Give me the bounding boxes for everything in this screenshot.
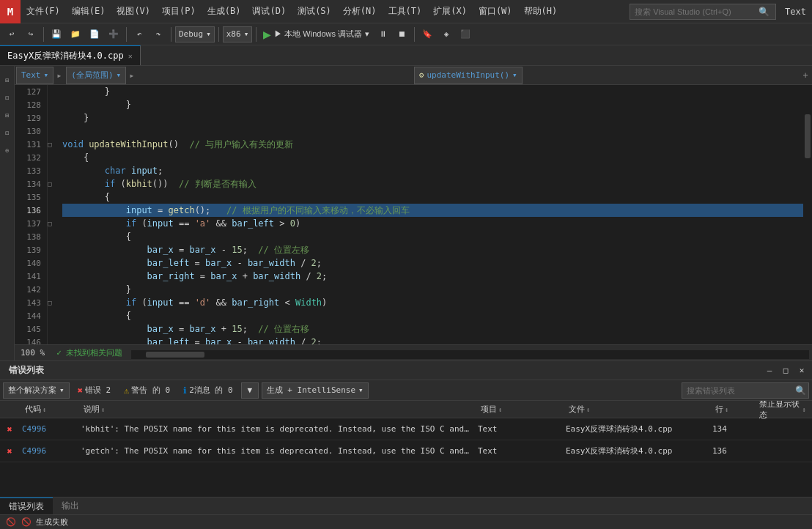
h-scrollbar-thumb[interactable] — [146, 352, 204, 358]
no-issues-status[interactable]: ✓ 未找到相关问题 — [51, 346, 128, 360]
col-file-header[interactable]: 文件 ↕ — [563, 401, 709, 418]
menu-debug[interactable]: 调试(D) — [246, 0, 292, 23]
menu-extensions[interactable]: 扩展(X) — [427, 0, 473, 23]
filter-btn[interactable]: ▼ — [241, 382, 259, 399]
horizontal-scrollbar[interactable] — [131, 350, 809, 359]
error-search-input[interactable] — [682, 386, 792, 395]
toolbar-btn-extra1[interactable]: ⏸ — [374, 26, 391, 43]
col-proj-header[interactable]: 项目 ↕ — [475, 401, 563, 418]
breadcrumb-func-dropdown[interactable]: ⚙ updateWithInput() ▾ — [414, 67, 523, 84]
message-count-btn[interactable]: ℹ 2消息 的 0 — [178, 382, 238, 399]
menu-view[interactable]: 视图(V) — [111, 0, 156, 23]
activity-item-5[interactable]: ⊕ — [1, 142, 14, 160]
toolbar-btn-extra2[interactable]: ⏹ — [393, 26, 410, 43]
code-line-144: { — [62, 309, 803, 322]
platform-dropdown[interactable]: x86 ▾ — [223, 26, 253, 42]
info-icon: ℹ — [183, 385, 187, 396]
menu-window[interactable]: 窗口(W) — [473, 0, 518, 23]
add-btn[interactable]: ➕ — [105, 26, 122, 43]
expand-panel-btn[interactable]: + — [800, 67, 811, 84]
back-button[interactable]: ↩ — [3, 26, 21, 43]
cc-134[interactable]: □ — [48, 177, 59, 190]
tab-error-list[interactable]: 错误列表 — [0, 497, 53, 514]
code-line-141: bar_right = bar_x + bar_width / 2; — [62, 270, 803, 283]
tab-filename: EasyX反弹球消砖块4.0.cpp — [7, 50, 124, 62]
menu-help[interactable]: 帮助(H) — [518, 0, 564, 23]
tab-close-btn[interactable]: ✕ — [128, 52, 133, 60]
undo-btn[interactable]: ↪ — [22, 26, 40, 43]
scrollbar-thumb[interactable] — [805, 114, 811, 158]
redo-btn[interactable]: ↷ — [150, 26, 167, 43]
code-lines[interactable]: } } } void updateWithInput() // 与用户输入有关的… — [59, 85, 803, 344]
activity-item-1[interactable]: ⊞ — [1, 72, 14, 89]
col-code-header[interactable]: 代码 ↕ — [19, 401, 78, 418]
error-count-btn[interactable]: ✖ 错误 2 — [73, 382, 116, 399]
row1-file: EasyX反弹球消砖块4.0.cpp — [563, 423, 709, 434]
panel-float-btn[interactable]: □ — [778, 363, 793, 378]
col-file-sort: ↕ — [586, 406, 590, 413]
error-search-icon[interactable]: 🔍 — [792, 382, 808, 399]
menu-analyze[interactable]: 分析(N) — [337, 0, 383, 23]
toolbar-btn-extra4[interactable]: ⬛ — [457, 26, 474, 43]
code-line-136: input = getch(); // 根据用户的不同输入来移动，不必输入回车 — [62, 204, 803, 217]
row1-code[interactable]: C4996 — [19, 424, 78, 434]
cc-143[interactable]: □ — [48, 296, 59, 309]
run-button[interactable]: ▶ ▶ 本地 Windows 调试器 ▾ — [260, 29, 372, 40]
menu-edit[interactable]: 编辑(E) — [66, 0, 111, 23]
zoom-level[interactable]: 100 % — [15, 346, 51, 360]
file-tab[interactable]: EasyX反弹球消砖块4.0.cpp ✕ — [0, 45, 141, 65]
global-search-box[interactable]: 🔍 — [630, 4, 776, 20]
search-icon[interactable]: 🔍 — [755, 4, 772, 20]
breadcrumb-text-dropdown[interactable]: Text ▾ — [16, 67, 53, 84]
cc-137[interactable]: □ — [48, 217, 59, 230]
breadcrumb-scope-dropdown[interactable]: (全局范围) ▾ — [66, 67, 126, 84]
panel-close-btn[interactable]: ✕ — [794, 363, 809, 378]
editor-status-bar: 100 % ✓ 未找到相关问题 — [15, 344, 812, 360]
menu-file[interactable]: 文件(F) — [21, 0, 66, 23]
global-search-input[interactable] — [630, 7, 755, 16]
vertical-scrollbar[interactable] — [803, 85, 812, 344]
code-line-138: { — [62, 230, 803, 243]
build-filter-dropdown[interactable]: 生成 + IntelliSense ▾ — [262, 382, 369, 399]
undo2-btn[interactable]: ↶ — [130, 26, 148, 43]
panel-minimize-btn[interactable]: — — [762, 363, 777, 378]
code-line-145: bar_x = bar_x + 15; // 位置右移 — [62, 322, 803, 336]
ln-135: 135 — [15, 190, 41, 204]
activity-item-2[interactable]: ⊟ — [1, 89, 14, 107]
table-row[interactable]: ✖ C4996 'getch': The POSIX name for this… — [0, 440, 812, 462]
activity-item-4[interactable]: ⊟ — [1, 125, 14, 142]
warning-count-btn[interactable]: ⚠ 警告 的 0 — [119, 382, 175, 399]
breadcrumb-text-label: Text — [21, 70, 41, 80]
top-right-text: Text — [779, 7, 812, 17]
col-line-header[interactable]: 行 ↕ — [709, 401, 753, 418]
build-filter-arrow: ▾ — [358, 385, 363, 395]
open-btn[interactable]: 📁 — [67, 26, 84, 43]
new-btn[interactable]: 📄 — [86, 26, 103, 43]
code-line-127: } — [62, 85, 803, 98]
activity-item-3[interactable]: ⊞ — [1, 107, 14, 125]
editor-area: ⊞ ⊟ ⊞ ⊟ ⊕ Text ▾ ▸ (全局范围) ▾ ▸ ⚙ updateWi… — [0, 66, 812, 360]
toolbar-btn-extra3[interactable]: ◈ — [438, 26, 455, 43]
menu-build[interactable]: 生成(B) — [202, 0, 247, 23]
cc-145 — [48, 322, 59, 336]
cc-131[interactable]: □ — [48, 138, 59, 151]
row2-code[interactable]: C4996 — [19, 446, 78, 456]
save-btn[interactable]: 💾 — [48, 26, 65, 43]
col-suppress-header[interactable]: 禁止显示状态 ↕ — [753, 401, 812, 418]
col-desc-header[interactable]: 说明 ↕ — [78, 401, 475, 418]
menu-project[interactable]: 项目(P) — [156, 0, 202, 23]
scope-dropdown[interactable]: 整个解决方案 ▾ — [3, 382, 70, 399]
cc-135 — [48, 190, 59, 204]
tab-output[interactable]: 输出 — [53, 497, 88, 514]
tab-bar: EasyX反弹球消砖块4.0.cpp ✕ — [0, 45, 812, 66]
table-row[interactable]: ✖ C4996 'kbhit': The POSIX name for this… — [0, 418, 812, 440]
menu-test[interactable]: 测试(S) — [292, 0, 337, 23]
toolbar-btn-bookmark[interactable]: 🔖 — [418, 26, 436, 43]
error-rows: ✖ C4996 'kbhit': The POSIX name for this… — [0, 418, 812, 497]
col-line-label: 行 — [715, 404, 723, 415]
toolbar: ↩ ↪ 💾 📁 📄 ➕ ↶ ↷ Debug ▾ x86 ▾ ▶ ▶ 本地 Win… — [0, 23, 812, 45]
debug-config-dropdown[interactable]: Debug ▾ — [175, 26, 215, 42]
row2-desc: 'getch': The POSIX name for this item is… — [78, 446, 475, 456]
menu-tools[interactable]: 工具(T) — [383, 0, 428, 23]
error-search-box[interactable]: 🔍 — [682, 382, 809, 399]
